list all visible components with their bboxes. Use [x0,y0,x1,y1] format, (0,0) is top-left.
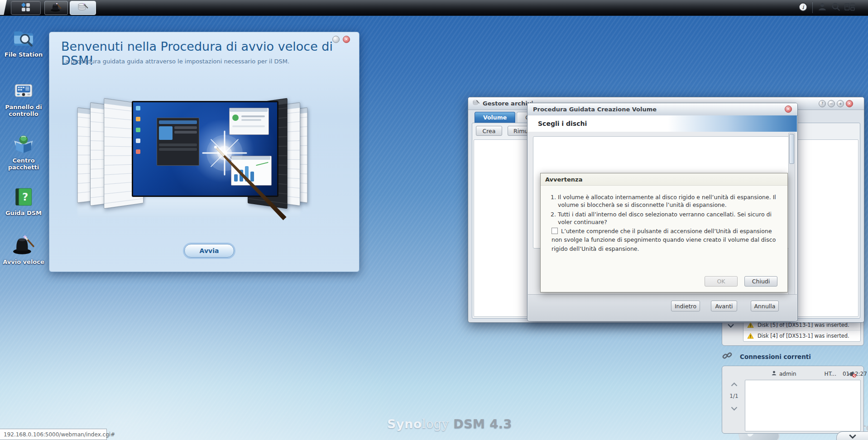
tab-volume[interactable]: Volume [475,112,515,123]
package-center-icon [12,133,35,156]
wizard-step-header: Scegli i dischi [528,115,797,132]
connections-panel: admin HT... 01:12:27 1/1 [722,366,864,434]
warning-icon [747,333,754,339]
warning-title: Avvertenza [545,176,582,183]
disk-wand-icon [77,2,89,14]
scrollbar[interactable] [788,133,795,297]
desktop-icon-dsm-help[interactable]: ? Guida DSM [0,186,47,217]
page-down-button[interactable] [731,404,738,412]
window-title: Gestore archivi [483,100,533,107]
magic-hat-icon [12,234,35,257]
close-icon: ✕ [786,107,790,111]
scrollbar-thumb[interactable] [789,134,794,164]
chevron-down-icon [849,434,856,439]
user-icon [817,2,827,14]
control-panel-icon [12,80,35,102]
window-title: Procedura Guidata Creazione Volume [533,106,657,113]
create-button[interactable]: Crea [476,126,502,136]
chiudi-button[interactable]: Chiudi [744,276,777,287]
logo-text-bold: Syno [387,417,422,431]
link-icon [722,350,733,363]
maximize-button[interactable]: + [837,100,844,107]
notification-row[interactable]: Disk [4] of [DX513-1] was inserted. [743,330,860,341]
info-button[interactable]: i [796,2,810,14]
synology-logo: SynologyDSM 4.3 [387,417,512,431]
help-book-icon: ? [12,186,35,208]
connections-section-header: Connessioni correnti [722,350,863,363]
page-indicator: 1/1 [726,393,742,399]
magic-hat-icon [50,2,62,14]
volume-wizard-titlebar[interactable]: Procedura Guidata Creazione Volume ✕ [528,103,797,116]
cancel-button[interactable]: Annulla [751,301,779,311]
connections-title: Connessioni correnti [740,353,811,360]
desktop-icon-label: Avvio veloce [0,259,47,266]
disconnect-button[interactable] [848,371,856,379]
quick-start-taskbar-button[interactable] [44,1,68,15]
step-heading: Scegli i dischi [538,120,587,127]
desktop-icon-quick-start[interactable]: Avvio veloce [0,234,47,266]
pilot-view-icon [844,2,855,14]
close-button[interactable]: ✕ [785,105,792,113]
notification-text: Disk [4] of [DX513-1] was inserted. [758,333,849,339]
desktop-icon-file-station[interactable]: File Station [0,27,47,58]
main-menu-button[interactable] [11,1,41,15]
maximize-icon: + [839,101,842,106]
welcome-subtitle: La procedura guidata guida attraverso le… [62,58,289,65]
back-button[interactable]: Indietro [671,301,700,311]
desktop-icon-control-panel[interactable]: Pannello di controllo [0,80,47,118]
widget-collapse-tab[interactable] [836,431,868,440]
logo-text-rest: logy [422,417,449,431]
main-menu-icon [20,2,31,14]
desktop-icon-package-center[interactable]: Centro pacchetti [0,133,47,171]
page-up-button[interactable] [731,380,738,388]
status-url: 192.168.0.106:5000/webman/index.cgi# [0,429,107,440]
ok-button[interactable]: OK [705,276,738,287]
dsm-preview-image [72,100,305,221]
help-icon: ? [821,101,824,106]
wizard-footer: Indietro Avanti Annulla [528,294,797,320]
warning-list-item: Tutti i dati all’interno del disco selez… [558,210,779,226]
next-button[interactable]: Avanti [711,301,737,311]
wizard-body: Avvertenza Il volume è allocato internam… [528,132,797,295]
close-button[interactable]: ✕ [846,100,853,107]
welcome-dialog: ✕ Benvenuti nella Procedura di avvio vel… [49,32,360,272]
understanding-checkbox[interactable] [551,228,558,234]
desktop: i File Stati [0,0,868,440]
svg-text:?: ? [22,191,28,203]
magic-wand-icon [72,100,305,221]
dsm-version: DSM 4.3 [453,417,512,431]
pilot-view-button[interactable] [843,2,856,14]
folder-search-icon [12,27,35,50]
desktop-icon-label: File Station [0,52,47,58]
taskbar-separator [812,2,813,13]
checkbox-label: L’utente comprende che il pulsante di ac… [551,228,776,252]
connection-list [745,380,861,431]
show-desktop-button[interactable] [0,0,7,15]
user-button[interactable] [815,2,829,14]
info-icon: i [798,2,808,14]
close-icon: ✕ [848,101,851,106]
help-button[interactable]: ? [819,100,826,107]
warning-list: Il volume è allocato internamente al dis… [547,193,779,227]
start-button[interactable]: Avvia [184,244,234,258]
storage-manager-icon [472,99,480,108]
taskbar: i [0,0,868,16]
minimize-icon: − [830,101,833,106]
volume-wizard-taskbar-button[interactable] [70,1,96,15]
minimize-button[interactable]: − [828,100,835,107]
warning-dialog: Avvertenza Il volume è allocato internam… [540,173,788,292]
search-icon [831,2,841,14]
understanding-checkbox-row: L’utente comprende che il pulsante di ac… [551,227,778,253]
desktop-icon-label: Centro pacchetti [0,158,47,171]
connection-protocol: HT... [825,371,836,377]
desktop-icon-label: Pannello di controllo [0,104,47,118]
warning-dialog-titlebar: Avvertenza [541,173,787,186]
warning-list-item: Il volume è allocato internamente al dis… [558,193,779,209]
volume-wizard-dialog: Procedura Guidata Creazione Volume ✕ Sce… [527,103,798,321]
disconnect-icon [848,371,856,378]
desktop-icon-label: Guida DSM [0,210,47,217]
search-button[interactable] [829,2,843,14]
connection-user: admin [779,371,796,377]
user-icon [771,370,777,378]
